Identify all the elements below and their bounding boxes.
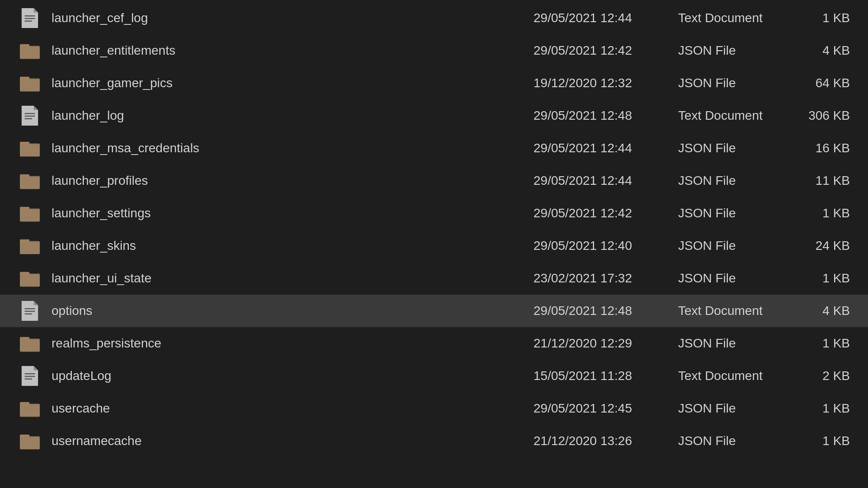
file-size: 4 KB — [805, 43, 850, 58]
svg-rect-18 — [20, 144, 40, 156]
folder-icon — [18, 71, 42, 95]
file-size: 16 KB — [805, 141, 850, 155]
file-type: JSON File — [678, 401, 805, 416]
file-name: launcher_gamer_pics — [52, 76, 533, 90]
svg-marker-40 — [34, 366, 38, 371]
file-name: launcher_settings — [52, 206, 533, 221]
svg-rect-46 — [20, 404, 40, 417]
table-row[interactable]: launcher_gamer_pics19/12/2020 12:32JSON … — [0, 67, 868, 99]
file-type: JSON File — [678, 239, 805, 253]
file-size: 2 KB — [805, 369, 850, 383]
svg-rect-27 — [20, 242, 40, 254]
file-type: Text Document — [678, 108, 805, 123]
file-type: JSON File — [678, 434, 805, 448]
file-size: 1 KB — [805, 336, 850, 351]
svg-marker-32 — [34, 301, 38, 305]
file-size: 306 KB — [805, 108, 850, 123]
table-row[interactable]: launcher_profiles29/05/2021 12:44JSON Fi… — [0, 164, 868, 197]
file-type: JSON File — [678, 336, 805, 351]
svg-rect-38 — [20, 339, 40, 352]
table-row[interactable]: usercache29/05/2021 12:45JSON File1 KB — [0, 392, 868, 425]
file-size: 1 KB — [805, 271, 850, 286]
file-type: JSON File — [678, 76, 805, 90]
svg-rect-49 — [20, 437, 40, 449]
svg-rect-24 — [20, 209, 40, 221]
file-date: 29/05/2021 12:48 — [533, 108, 678, 123]
svg-marker-1 — [34, 8, 38, 13]
file-name: launcher_ui_state — [52, 271, 533, 286]
text-file-icon — [18, 6, 42, 30]
file-date: 29/05/2021 12:48 — [533, 304, 678, 318]
file-name: launcher_entitlements — [52, 43, 533, 58]
file-date: 29/05/2021 12:45 — [533, 401, 678, 416]
folder-icon — [18, 169, 42, 192]
table-row[interactable]: launcher_cef_log29/05/2021 12:44Text Doc… — [0, 2, 868, 34]
text-file-icon — [18, 104, 42, 127]
table-row[interactable]: launcher_entitlements29/05/2021 12:42JSO… — [0, 34, 868, 67]
svg-rect-10 — [20, 79, 40, 91]
file-type: JSON File — [678, 174, 805, 188]
file-name: realms_persistence — [52, 336, 533, 351]
table-row[interactable]: realms_persistence21/12/2020 12:29JSON F… — [0, 327, 868, 360]
table-row[interactable]: usernamecache21/12/2020 13:26JSON File1 … — [0, 425, 868, 457]
file-date: 29/05/2021 12:44 — [533, 174, 678, 188]
file-size: 1 KB — [805, 434, 850, 448]
folder-icon — [18, 267, 42, 290]
svg-rect-30 — [20, 274, 40, 286]
file-list: launcher_cef_log29/05/2021 12:44Text Doc… — [0, 0, 868, 457]
file-date: 21/12/2020 13:26 — [533, 434, 678, 448]
file-date: 23/02/2021 17:32 — [533, 271, 678, 286]
folder-icon — [18, 429, 42, 453]
file-name: updateLog — [52, 369, 533, 383]
file-size: 64 KB — [805, 76, 850, 90]
file-date: 19/12/2020 12:32 — [533, 76, 678, 90]
file-type: JSON File — [678, 43, 805, 58]
folder-icon — [18, 397, 42, 420]
file-size: 11 KB — [805, 174, 850, 188]
file-name: launcher_profiles — [52, 174, 533, 188]
file-size: 4 KB — [805, 304, 850, 318]
table-row[interactable]: launcher_settings29/05/2021 12:42JSON Fi… — [0, 197, 868, 230]
file-type: Text Document — [678, 304, 805, 318]
table-row[interactable]: launcher_msa_credentials29/05/2021 12:44… — [0, 132, 868, 164]
file-date: 15/05/2021 11:28 — [533, 369, 678, 383]
file-type: JSON File — [678, 141, 805, 155]
table-row[interactable]: launcher_ui_state23/02/2021 17:32JSON Fi… — [0, 262, 868, 295]
file-name: launcher_msa_credentials — [52, 141, 533, 155]
file-date: 29/05/2021 12:40 — [533, 239, 678, 253]
table-row[interactable]: updateLog15/05/2021 11:28Text Document2 … — [0, 360, 868, 392]
folder-icon — [18, 202, 42, 225]
file-date: 29/05/2021 12:44 — [533, 11, 678, 25]
svg-rect-21 — [20, 177, 40, 189]
file-size: 1 KB — [805, 401, 850, 416]
file-name: usercache — [52, 401, 533, 416]
file-size: 24 KB — [805, 239, 850, 253]
folder-icon — [18, 234, 42, 258]
svg-rect-7 — [20, 47, 40, 59]
folder-icon — [18, 332, 42, 355]
text-file-icon — [18, 299, 42, 323]
text-file-icon — [18, 364, 42, 388]
file-name: usernamecache — [52, 434, 533, 448]
file-date: 29/05/2021 12:44 — [533, 141, 678, 155]
file-date: 21/12/2020 12:29 — [533, 336, 678, 351]
file-date: 29/05/2021 12:42 — [533, 43, 678, 58]
file-name: launcher_log — [52, 108, 533, 123]
folder-icon — [18, 136, 42, 160]
file-type: JSON File — [678, 206, 805, 221]
table-row[interactable]: launcher_skins29/05/2021 12:40JSON File2… — [0, 230, 868, 262]
file-name: options — [52, 304, 533, 318]
file-size: 1 KB — [805, 206, 850, 221]
folder-icon — [18, 39, 42, 62]
file-type: JSON File — [678, 271, 805, 286]
table-row[interactable]: launcher_log29/05/2021 12:48Text Documen… — [0, 99, 868, 132]
file-name: launcher_cef_log — [52, 11, 533, 25]
file-name: launcher_skins — [52, 239, 533, 253]
svg-marker-12 — [34, 106, 38, 110]
file-type: Text Document — [678, 369, 805, 383]
table-row[interactable]: options29/05/2021 12:48Text Document4 KB — [0, 295, 868, 327]
file-date: 29/05/2021 12:42 — [533, 206, 678, 221]
file-size: 1 KB — [805, 11, 850, 25]
file-type: Text Document — [678, 11, 805, 25]
